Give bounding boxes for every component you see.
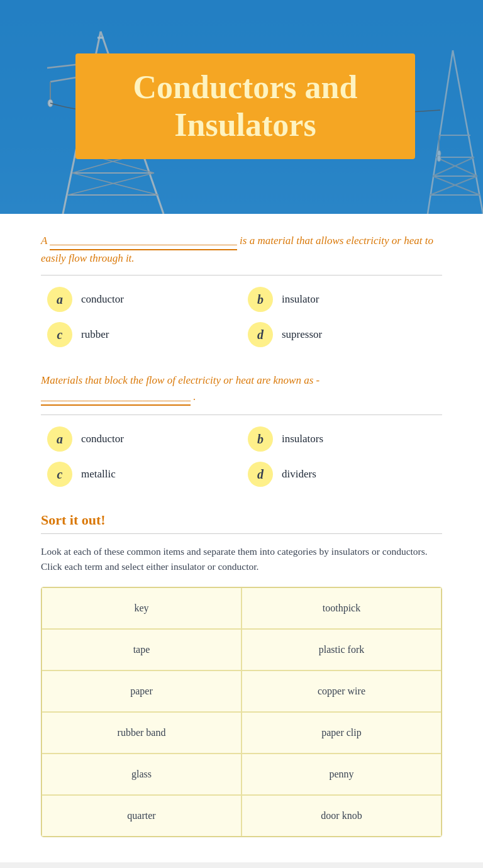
sort-cell[interactable]: penny	[242, 754, 441, 795]
q1-text-before: A	[41, 235, 47, 247]
q2-text-after: .	[193, 391, 196, 403]
sort-cell[interactable]: key	[42, 587, 242, 629]
q2-blank: ____________________________	[41, 389, 191, 406]
q2-text-before: Materials that block the flow of electri…	[41, 374, 319, 386]
option-item[interactable]: b insulators	[248, 426, 436, 452]
option-badge: c	[47, 462, 72, 487]
option-item[interactable]: c metallic	[47, 462, 235, 487]
option-badge: b	[248, 287, 273, 312]
question-2-text: Materials that block the flow of electri…	[41, 372, 442, 406]
option-label: insulator	[282, 293, 319, 306]
option-badge: d	[248, 462, 273, 487]
sort-section: Sort it out! Look at each of these commo…	[41, 512, 442, 837]
hero-section: Conductors and Insulators	[0, 0, 483, 214]
question-1-block: A ___________________________________ is…	[41, 233, 442, 347]
question-1-text: A ___________________________________ is…	[41, 233, 442, 266]
hero-title: Conductors and Insulators	[94, 69, 396, 144]
hero-title-box: Conductors and Insulators	[75, 53, 415, 159]
option-label: conductor	[81, 433, 124, 445]
sort-cell[interactable]: glass	[42, 754, 242, 795]
option-label: dividers	[282, 468, 316, 481]
option-label: supressor	[282, 328, 322, 341]
sort-cell[interactable]: door knob	[242, 795, 441, 837]
sort-description: Look at each of these common items and s…	[41, 544, 442, 574]
sort-cell[interactable]: quarter	[42, 795, 242, 837]
option-label: rubber	[81, 328, 109, 341]
option-badge: b	[248, 426, 273, 452]
sort-cell[interactable]: copper wire	[242, 670, 441, 712]
option-item[interactable]: b insulator	[248, 287, 436, 312]
sort-grid-wrapper: keytoothpicktapeplastic forkpapercopper …	[41, 587, 442, 837]
option-label: insulators	[282, 433, 323, 445]
option-badge: a	[47, 426, 72, 452]
sort-cell[interactable]: paper clip	[242, 712, 441, 754]
option-item[interactable]: c rubber	[47, 322, 235, 347]
option-item[interactable]: d supressor	[248, 322, 436, 347]
option-badge: d	[248, 322, 273, 347]
option-label: conductor	[81, 293, 124, 306]
q2-divider	[41, 415, 442, 415]
question-2-block: Materials that block the flow of electri…	[41, 372, 442, 487]
q2-options-grid: a conductor b insulators c metallic d di…	[41, 426, 442, 487]
option-item[interactable]: d dividers	[248, 462, 436, 487]
sort-grid: keytoothpicktapeplastic forkpapercopper …	[42, 587, 441, 837]
sort-cell[interactable]: toothpick	[242, 587, 441, 629]
sort-cell[interactable]: tape	[42, 629, 242, 670]
content-area: A ___________________________________ is…	[0, 214, 483, 862]
sort-cell[interactable]: paper	[42, 670, 242, 712]
option-item[interactable]: a conductor	[47, 287, 235, 312]
option-badge: a	[47, 287, 72, 312]
sort-cell[interactable]: rubber band	[42, 712, 242, 754]
svg-point-38	[437, 155, 441, 162]
option-item[interactable]: a conductor	[47, 426, 235, 452]
option-label: metallic	[81, 468, 116, 481]
q1-blank: ___________________________________	[50, 233, 237, 250]
q1-options-grid: a conductor b insulator c rubber d supre…	[41, 287, 442, 347]
q1-divider	[41, 275, 442, 275]
sort-title: Sort it out!	[41, 512, 442, 528]
sort-cell[interactable]: plastic fork	[242, 629, 441, 670]
option-badge: c	[47, 322, 72, 347]
sort-divider	[41, 533, 442, 534]
